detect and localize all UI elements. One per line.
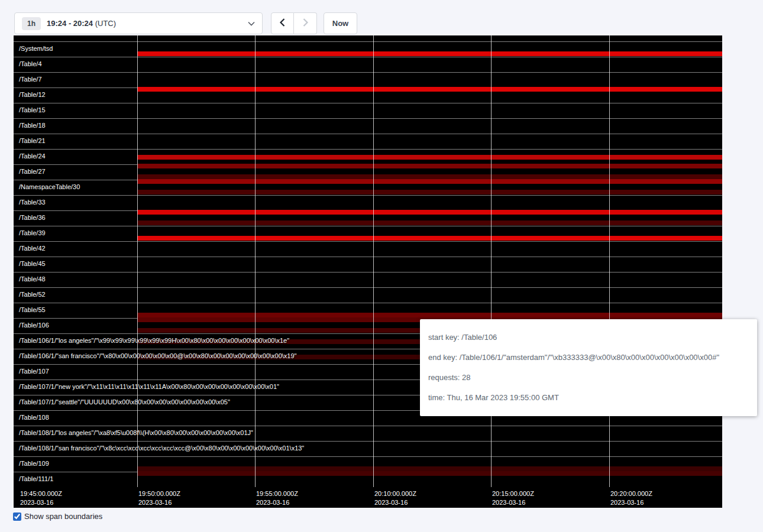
- heatmap-row[interactable]: /NamespaceTable/30: [14, 180, 722, 195]
- heatmap-row[interactable]: /Table/108/1/"san francisco"/"\x8c\xcc\x…: [14, 441, 722, 456]
- x-axis-tick: 20:10:00.000Z2023-03-16: [374, 489, 416, 507]
- now-button[interactable]: Now: [324, 12, 357, 34]
- checkbox-label: Show span boundaries: [24, 512, 102, 521]
- heatmap-row-label: /System/tsd: [19, 45, 53, 52]
- heatmap-row-label: /Table/7: [19, 76, 42, 83]
- heatmap-row[interactable]: /Table/24: [14, 149, 722, 164]
- next-range-button[interactable]: [294, 12, 317, 34]
- heatmap-row[interactable]: /Table/15: [14, 103, 722, 118]
- hot-span-band[interactable]: [137, 155, 722, 160]
- time-gridline: [137, 35, 138, 487]
- prev-range-button[interactable]: [271, 12, 294, 34]
- span-tooltip: start key: /Table/106end key: /Table/106…: [420, 319, 757, 416]
- heatmap-row[interactable]: /System/tsd: [14, 41, 722, 57]
- heatmap-row-label: /Table/4: [19, 60, 42, 67]
- heatmap-row[interactable]: /Table/45: [14, 257, 722, 272]
- heatmap-row-label: /Table/111/1: [19, 475, 53, 482]
- range-text: 19:24 - 20:24 (UTC): [47, 19, 116, 28]
- heatmap-row[interactable]: /Table/33: [14, 195, 722, 210]
- heatmap-row-label: /Table/39: [19, 229, 46, 236]
- tooltip-line: start key: /Table/106: [428, 331, 749, 344]
- time-gridline: [373, 35, 374, 487]
- heatmap-row-label: /Table/18: [19, 122, 46, 129]
- heatmap-row-label: /Table/52: [19, 291, 46, 298]
- heatmap-row[interactable]: /Table/111/1: [14, 472, 722, 487]
- heatmap-row[interactable]: /Table/27: [14, 164, 722, 180]
- chevron-left-icon: [280, 18, 285, 28]
- heatmap-row-label: /Table/107/1/"seattle"/"UUUUUUD\x00\x80\…: [19, 398, 230, 406]
- heatmap-plot: /System/tsd/Table/4/Table/7/Table/12/Tab…: [14, 41, 722, 487]
- heatmap-row[interactable]: /Table/55: [14, 303, 722, 318]
- hot-span-band[interactable]: [137, 164, 722, 168]
- chevron-right-icon: [303, 18, 308, 28]
- hot-span-band[interactable]: [137, 236, 722, 241]
- tooltip-line: requests: 28: [428, 371, 749, 384]
- heatmap-row-label: /Table/15: [19, 106, 46, 113]
- heatmap-row[interactable]: /Table/21: [14, 134, 722, 149]
- hot-span-band[interactable]: [137, 471, 722, 476]
- heatmap-row-label: /Table/27: [19, 168, 46, 175]
- heatmap-row-label: /Table/55: [19, 306, 46, 313]
- key-visualizer-canvas[interactable]: /System/tsd/Table/4/Table/7/Table/12/Tab…: [14, 35, 722, 508]
- x-axis-tick: 19:50:00.000Z2023-03-16: [138, 489, 180, 507]
- heatmap-row-label: /Table/106/1/"los angeles"/"\x99\x99\x99…: [19, 337, 289, 344]
- hot-span-band[interactable]: [137, 210, 722, 215]
- time-gridline: [609, 35, 610, 487]
- heatmap-row-label: /Table/108/1/"los angeles"/"\xa8\xf5\u00…: [19, 429, 253, 436]
- time-gridline: [491, 35, 492, 487]
- heatmap-row[interactable]: /Table/108/1/"los angeles"/"\xa8\xf5\u00…: [14, 426, 722, 441]
- x-axis-tick: 20:20:00.000Z2023-03-16: [610, 489, 652, 507]
- heatmap-row-label: /Table/45: [19, 260, 46, 267]
- hot-span-band[interactable]: [137, 179, 722, 184]
- heatmap-row-label: /Table/24: [19, 153, 46, 160]
- heatmap-row-label: /Table/108: [19, 414, 49, 421]
- heatmap-row[interactable]: /Table/12: [14, 87, 722, 103]
- hot-span-band[interactable]: [137, 220, 722, 225]
- heatmap-row[interactable]: /Table/42: [14, 241, 722, 257]
- time-range-selector[interactable]: 1h 19:24 - 20:24 (UTC): [14, 12, 263, 34]
- x-axis-tick: 19:45:00.000Z2023-03-16: [20, 489, 62, 507]
- tooltip-line: time: Thu, 16 Mar 2023 19:55:00 GMT: [428, 391, 749, 404]
- heatmap-row-label: /Table/107/1/"new york"/"\x11\x11\x11\x1…: [19, 383, 279, 390]
- show-span-boundaries-checkbox[interactable]: [13, 512, 21, 521]
- heatmap-row[interactable]: /Table/4: [14, 57, 722, 72]
- heatmap-row-label: /NamespaceTable/30: [19, 183, 80, 190]
- heatmap-row[interactable]: /Table/39: [14, 226, 722, 241]
- hot-span-band[interactable]: [137, 466, 722, 471]
- heatmap-row[interactable]: /Table/52: [14, 287, 722, 303]
- range-duration-badge: 1h: [22, 17, 41, 30]
- heatmap-row[interactable]: /Table/48: [14, 272, 722, 287]
- heatmap-row-label: /Table/108/1/"san francisco"/"\x8c\xcc\x…: [19, 445, 304, 452]
- heatmap-row-label: /Table/42: [19, 245, 46, 252]
- time-gridline: [255, 35, 256, 487]
- x-axis-tick: 19:55:00.000Z2023-03-16: [256, 489, 298, 507]
- heatmap-row-label: /Table/36: [19, 214, 46, 221]
- hot-span-band[interactable]: [137, 190, 722, 194]
- range-nav-group: [271, 12, 317, 34]
- heatmap-row-label: /Table/12: [19, 91, 46, 98]
- heatmap-row-label: /Table/21: [19, 137, 46, 144]
- heatmap-row-label: /Table/33: [19, 199, 46, 206]
- hot-span-band[interactable]: [137, 313, 722, 317]
- heatmap-row[interactable]: /Table/36: [14, 210, 722, 226]
- range-timezone: (UTC): [95, 19, 116, 28]
- show-span-boundaries[interactable]: Show span boundaries: [13, 512, 102, 521]
- heatmap-row-label: /Table/107: [19, 368, 49, 375]
- hot-span-band[interactable]: [137, 174, 722, 179]
- heatmap-row-label: /Table/106: [19, 322, 49, 329]
- x-axis-tick: 20:15:00.000Z2023-03-16: [492, 489, 534, 507]
- hot-span-band[interactable]: [137, 51, 722, 56]
- x-axis: 19:45:00.000Z2023-03-1619:50:00.000Z2023…: [14, 488, 722, 508]
- heatmap-row[interactable]: /Table/18: [14, 118, 722, 134]
- hot-span-band[interactable]: [137, 87, 722, 92]
- range-value: 19:24 - 20:24: [47, 19, 93, 28]
- heatmap-row-label: /Table/48: [19, 275, 46, 283]
- toolbar: 1h 19:24 - 20:24 (UTC) Now: [14, 12, 357, 34]
- tooltip-line: end key: /Table/106/1/"amsterdam"/"\xb33…: [428, 351, 749, 364]
- heatmap-row[interactable]: /Table/109: [14, 456, 722, 472]
- chevron-down-icon: [248, 21, 255, 26]
- heatmap-row-label: /Table/109: [19, 460, 49, 467]
- heatmap-row[interactable]: /Table/7: [14, 72, 722, 87]
